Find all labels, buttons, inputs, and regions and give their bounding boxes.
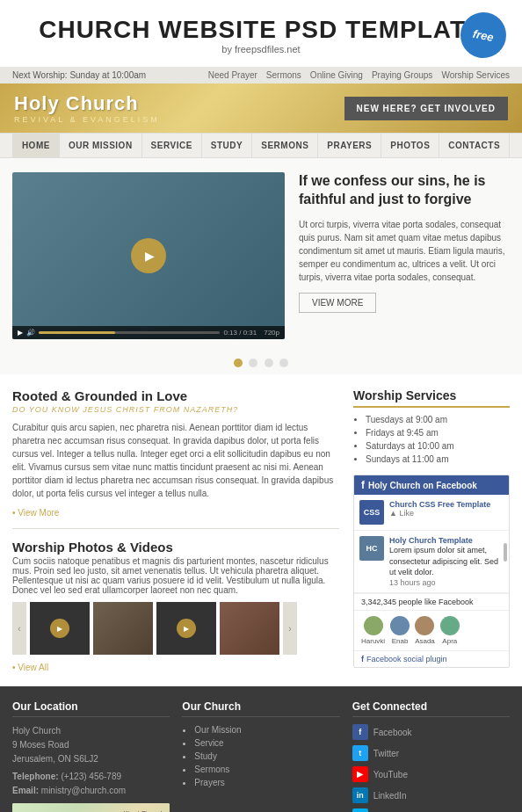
nav-sermons[interactable]: SERMONS	[252, 134, 318, 157]
section-love-title: Rooted & Grounded in Love	[12, 388, 339, 403]
footer-location: Our Location Holy Church 9 Moses Road Je…	[12, 700, 170, 812]
photo-thumb-3[interactable]: ▶	[156, 602, 216, 655]
fb-avatar-2: HC	[359, 536, 384, 561]
nav-home[interactable]: HOME	[12, 134, 60, 157]
facebook-title-text: Holy Church on Facebook	[368, 481, 477, 490]
thumb-play-1: ▶	[50, 619, 69, 638]
social-linkedin[interactable]: in LinkedIn	[352, 787, 510, 803]
play-button[interactable]	[131, 238, 166, 273]
fb-mini-avatar-2	[390, 616, 410, 635]
footer-link-prayers[interactable]: Prayers	[194, 778, 224, 787]
dot-2[interactable]	[249, 359, 257, 367]
cta-button[interactable]: NEW HERE? GET INVOLVED	[344, 97, 509, 120]
nav-photos[interactable]: PHOTOS	[381, 134, 439, 157]
facebook-social-icon: f	[352, 724, 368, 740]
social-twitter[interactable]: t Twitter	[352, 745, 510, 761]
footer-link-service[interactable]: Service	[194, 738, 223, 748]
nav-contacts[interactable]: CONTACTS	[439, 134, 510, 157]
footer: Our Location Holy Church 9 Moses Road Je…	[0, 686, 522, 812]
logo-text: Holy Church REVIVAL & EVANGELISM	[14, 92, 160, 124]
nav-service[interactable]: SERVICE	[142, 134, 202, 157]
social-links: f Facebook t Twitter ▶ YouTube in Linked…	[352, 724, 510, 812]
nav-prayers[interactable]: PRAYERS	[318, 134, 381, 157]
photo-thumb-4[interactable]	[220, 602, 279, 655]
nav-mission[interactable]: OUR MISSION	[60, 134, 142, 157]
footer-email: Email: ministry@church.com	[12, 784, 170, 798]
hero-dots	[0, 353, 522, 374]
worship-time-2: Fridays at 9:45 am	[366, 428, 510, 438]
photo-thumb-2[interactable]	[93, 602, 153, 655]
fb-plugin: f Facebook social plugin	[354, 650, 509, 667]
hero-heading: If we confess our sins, he is faithful a…	[299, 172, 510, 209]
fb-avatars-row: Haruvki Enab Asada Apra	[354, 611, 509, 650]
next-worship-text: Next Worship: Sunday at 10:00am	[12, 70, 146, 80]
section-photos: Worship Photos & Videos Cum sociis natoq…	[12, 540, 339, 672]
footer-church-links: Our Mission Service Study Sermons Prayer…	[182, 724, 339, 787]
footer-address2: Jerusalem, ON S6LJ2	[12, 752, 170, 766]
fb-post-1-like[interactable]: ▲ Like	[389, 509, 490, 518]
topbar-link-praying[interactable]: Praying Groups	[372, 70, 432, 80]
twitter-label: Twitter	[373, 749, 399, 758]
video-overlay	[12, 172, 285, 339]
social-facebook[interactable]: f Facebook	[352, 724, 510, 740]
skype-social-icon: S	[352, 808, 368, 812]
photo-thumb-1[interactable]: ▶	[30, 602, 90, 655]
fb-post-1-name[interactable]: Church CSS Free Template	[389, 500, 490, 509]
hero-section: ▶ 🔊 0:13 / 0:31 720p If we confess our s…	[0, 158, 522, 353]
hero-video[interactable]: ▶ 🔊 0:13 / 0:31 720p	[12, 172, 285, 339]
fb-post-2-name[interactable]: Holy Church Template	[389, 536, 504, 545]
fb-mini-name-4: Apra	[442, 637, 457, 645]
thumb-play-3: ▶	[177, 619, 196, 638]
footer-link-mission[interactable]: Our Mission	[194, 725, 241, 735]
fb-followers: 3,342,345 people like Facebook	[354, 593, 509, 611]
video-progress-bar[interactable]	[39, 331, 220, 334]
dot-3[interactable]	[265, 359, 273, 367]
topbar-link-giving[interactable]: Online Giving	[310, 70, 363, 80]
top-bar-links: Need Prayer Sermons Online Giving Prayin…	[208, 70, 510, 80]
page-header: CHURCH WEBSITE PSD TEMPLATE by freepsdfi…	[0, 0, 522, 67]
topbar-link-sermons[interactable]: Sermons	[266, 70, 301, 80]
church-name: Holy Church	[14, 92, 160, 115]
footer-phone: Telephone: (+123) 456-789	[12, 770, 170, 784]
photo-prev-button[interactable]: ‹	[12, 602, 26, 655]
footer-social-title: Get Connected	[352, 700, 510, 717]
fb-f-icon: f	[361, 655, 364, 663]
dot-1[interactable]	[234, 359, 243, 367]
photo-next-button[interactable]: ›	[283, 602, 297, 655]
fb-mini-name-3: Asada	[415, 637, 435, 645]
logo-bar: Holy Church REVIVAL & EVANGELISM NEW HER…	[0, 83, 522, 133]
worship-title: Worship Services	[353, 388, 510, 408]
social-youtube[interactable]: ▶ YouTube	[352, 766, 510, 782]
hero-view-more-button[interactable]: VIEW MORE	[299, 293, 376, 313]
dot-4[interactable]	[279, 359, 288, 367]
footer-link-sermons[interactable]: Sermons	[194, 765, 229, 774]
email-address: ministry@church.com	[41, 786, 126, 795]
footer-address1: 9 Moses Road	[12, 738, 170, 752]
worship-time-4: Sundays at 11:00 am	[366, 454, 510, 464]
hero-text: If we confess our sins, he is faithful a…	[285, 172, 510, 339]
section-love-text: Curabitur quis arcu sapien, nec pharetra…	[12, 421, 339, 500]
view-all-link[interactable]: • View All	[12, 663, 48, 672]
map-background: Kiryat Shmuel Talpiyot Haifa Way HaShalo…	[12, 803, 170, 812]
twitter-social-icon: t	[352, 745, 368, 761]
footer-link-study[interactable]: Study	[194, 751, 217, 761]
church-tagline: REVIVAL & EVANGELISM	[14, 115, 160, 124]
section-love-view-more[interactable]: • View More	[12, 508, 59, 518]
social-skype[interactable]: S Skype	[352, 808, 510, 812]
topbar-link-prayer[interactable]: Need Prayer	[208, 70, 257, 80]
topbar-link-worship[interactable]: Worship Services	[441, 70, 510, 80]
footer-church-name: Holy Church	[12, 724, 170, 738]
email-label: Email:	[12, 786, 39, 795]
fb-post-2-content: Holy Church Template Lorem ipsum dolor s…	[389, 536, 504, 587]
fb-avatar-1: CSS	[359, 500, 384, 525]
footer-church-title: Our Church	[182, 700, 339, 717]
section-divider	[12, 528, 339, 529]
page-subtitle: by freepsdfiles.net	[221, 44, 300, 54]
nav-study[interactable]: STUDY	[202, 134, 252, 157]
fb-post-2: HC Holy Church Template Lorem ipsum dolo…	[354, 531, 509, 593]
content-sidebar: Worship Services Tuesdays at 9:00 am Fri…	[353, 388, 510, 672]
fb-mini-avatar-1	[364, 616, 383, 635]
worship-time-1: Tuesdays at 9:00 am	[366, 415, 510, 424]
volume-icon[interactable]: 🔊	[26, 329, 35, 337]
play-icon[interactable]: ▶	[18, 329, 23, 337]
